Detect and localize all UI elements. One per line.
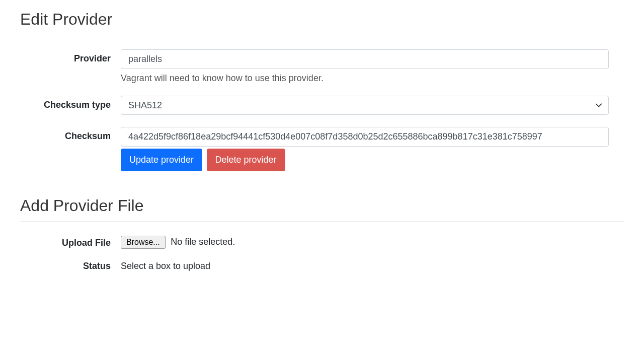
delete-provider-button[interactable]: Delete provider xyxy=(207,149,285,171)
checksum-label: Checksum xyxy=(20,127,121,142)
browse-button[interactable]: Browse... xyxy=(121,236,166,249)
add-provider-file-heading: Add Provider File xyxy=(20,196,624,215)
update-provider-button[interactable]: Update provider xyxy=(121,149,202,171)
checksum-type-select[interactable]: SHA512 xyxy=(121,96,609,115)
status-label: Status xyxy=(20,261,121,271)
status-text: Select a box to upload xyxy=(121,261,609,271)
provider-label: Provider xyxy=(20,49,121,64)
edit-provider-heading: Edit Provider xyxy=(20,10,624,29)
divider xyxy=(20,35,624,35)
checksum-type-label: Checksum type xyxy=(20,96,121,110)
upload-file-label: Upload File xyxy=(20,236,121,248)
provider-input[interactable] xyxy=(121,49,609,69)
provider-help-text: Vagrant will need to know how to use thi… xyxy=(121,73,609,84)
file-selected-text: No file selected. xyxy=(171,237,235,247)
divider xyxy=(20,221,624,222)
checksum-input[interactable] xyxy=(121,127,609,147)
